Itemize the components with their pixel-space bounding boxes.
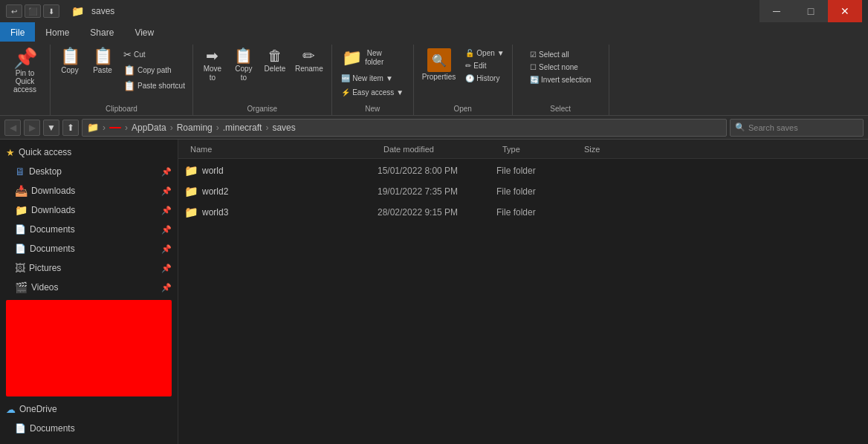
sidebar-item-downloads-2[interactable]: 📁 Downloads 📌 — [0, 200, 178, 220]
address-saves[interactable]: saves — [272, 123, 295, 133]
sidebar-onedrive[interactable]: ☁ OneDrive — [0, 399, 178, 419]
pin-indicator-downloads-2: 📌 — [161, 206, 172, 215]
address-username[interactable] — [109, 127, 121, 128]
address-separator-0: › — [103, 123, 106, 133]
history-icon: 🕐 — [465, 74, 474, 82]
select-all-button[interactable]: ☑ Select all — [527, 49, 572, 60]
address-sep-2: › — [170, 123, 173, 133]
minimize-button[interactable]: ─ — [760, 0, 794, 22]
col-header-type[interactable]: Type — [496, 140, 578, 158]
copy-to-icon: 📋 — [234, 48, 253, 63]
new-folder-button[interactable]: 📁 Newfolder — [338, 46, 387, 70]
rename-button[interactable]: ✏ Rename — [291, 46, 327, 76]
sidebar-item-downloads-1[interactable]: 📥 Downloads 📌 — [0, 181, 178, 200]
ribbon-group-open: 🔍 Properties 🔓 Open ▼ ✏ Edit 🕐 — [414, 45, 513, 115]
tab-home[interactable]: Home — [35, 22, 80, 42]
table-row[interactable]: 📁 world 15/01/2022 8:00 PM File folder — [178, 160, 868, 181]
edit-icon: ✏ — [465, 62, 471, 70]
address-roaming[interactable]: Roaming — [177, 123, 213, 133]
properties-icon: 🔍 — [427, 48, 451, 72]
tab-view[interactable]: View — [124, 22, 164, 42]
pin-indicator-videos: 📌 — [161, 283, 172, 293]
col-header-size[interactable]: Size — [578, 140, 862, 158]
edit-button[interactable]: ✏ Edit — [462, 60, 507, 71]
paste-icon: 📋 — [93, 48, 113, 65]
open-chevron: ▼ — [497, 49, 505, 57]
copy-button[interactable]: 📋 Copy — [55, 46, 85, 77]
copy-path-icon: 📋 — [123, 65, 135, 76]
address-folder-icon: 📁 — [87, 122, 99, 133]
open-button[interactable]: 🔓 Open ▼ — [462, 48, 507, 59]
copy-path-button[interactable]: 📋 Copy path — [120, 63, 188, 77]
pin-icon: 📌 — [13, 48, 37, 68]
select-none-button[interactable]: ☐ Select none — [527, 62, 581, 73]
sidebar-item-pictures[interactable]: 🖼 Pictures 📌 — [0, 258, 178, 278]
documents-folder-icon-2: 📄 — [15, 244, 26, 254]
delete-button[interactable]: 🗑 Delete — [260, 46, 290, 76]
quick-access-btn-3[interactable]: ⬇ — [43, 4, 59, 18]
window-controls: ↩ ⬛ ⬇ — [6, 4, 64, 18]
sidebar-quick-access[interactable]: ★ Quick access — [0, 143, 178, 162]
sidebar-item-documents-2[interactable]: 📄 Documents 📌 — [0, 239, 178, 258]
col-header-name[interactable]: Name — [184, 140, 378, 158]
search-bar[interactable]: 🔍 Search saves — [730, 119, 864, 137]
invert-selection-button[interactable]: 🔄 Invert selection — [527, 74, 594, 85]
copy-to-button[interactable]: 📋 Copyto — [229, 46, 259, 85]
folder-icon-title: 📁 — [71, 5, 84, 17]
properties-button[interactable]: 🔍 Properties — [418, 46, 460, 83]
quick-access-btn-2[interactable]: ⬛ — [25, 4, 41, 18]
close-button[interactable]: ✕ — [828, 0, 862, 22]
pin-button[interactable]: 📌 Pin to Quick access — [4, 46, 45, 96]
sidebar-item-videos[interactable]: 🎬 Videos 📌 — [0, 278, 178, 297]
ribbon-group-pin: 📌 Pin to Quick access — [0, 45, 51, 115]
file-date-world3: 28/02/2022 9:15 PM — [378, 207, 496, 218]
file-list: 📁 world 15/01/2022 8:00 PM File folder 📁… — [178, 159, 868, 444]
onedrive-docs-icon: 📄 — [15, 423, 26, 434]
maximize-button[interactable]: □ — [794, 0, 828, 22]
address-minecraft[interactable]: .minecraft — [223, 123, 262, 133]
paste-shortcut-button[interactable]: 📋 Paste shortcut — [120, 79, 188, 93]
move-to-button[interactable]: ➡ Moveto — [198, 46, 227, 85]
pin-indicator-pictures: 📌 — [161, 264, 172, 273]
address-appdata[interactable]: AppData — [132, 123, 166, 133]
address-sep-3: › — [216, 123, 219, 133]
pictures-folder-icon: 🖼 — [15, 262, 25, 274]
tab-file[interactable]: File — [0, 22, 35, 42]
sidebar-item-onedrive-documents[interactable]: 📄 Documents — [0, 419, 178, 438]
select-none-icon: ☐ — [530, 63, 537, 71]
new-item-button[interactable]: 🆕 New item ▼ — [338, 73, 396, 84]
history-button[interactable]: 🕐 History — [462, 73, 507, 84]
table-row[interactable]: 📁 world2 19/01/2022 7:35 PM File folder — [178, 181, 868, 202]
pin-indicator-downloads-1: 📌 — [161, 186, 172, 196]
move-icon: ➡ — [206, 48, 218, 63]
videos-folder-icon: 🎬 — [15, 281, 27, 293]
content-area: Name Date modified Type Size 📁 world 15/ — [178, 140, 868, 444]
address-bar[interactable]: 📁 › › AppData › Roaming › .minecraft › s… — [82, 119, 727, 137]
sidebar-item-documents-1[interactable]: 📄 Documents 📌 — [0, 220, 178, 239]
easy-access-button[interactable]: ⚡ Easy access ▼ — [338, 87, 407, 98]
tab-share[interactable]: Share — [80, 22, 124, 42]
table-row[interactable]: 📁 world3 28/02/2022 9:15 PM File folder — [178, 202, 868, 223]
nav-bar: ◀ ▶ ▼ ⬆ 📁 › › AppData › Roaming › .minec… — [0, 116, 868, 140]
col-header-date[interactable]: Date modified — [378, 140, 496, 158]
ribbon-group-select: ☑ Select all ☐ Select none 🔄 Invert sele… — [513, 45, 609, 115]
quick-access-btn-1[interactable]: ↩ — [6, 4, 22, 18]
recent-locations-button[interactable]: ▼ — [43, 120, 59, 136]
forward-button[interactable]: ▶ — [24, 120, 40, 136]
up-button[interactable]: ⬆ — [62, 120, 79, 136]
address-sep-4: › — [265, 123, 268, 133]
folder-icon-world3: 📁 — [184, 206, 198, 219]
sidebar-item-desktop[interactable]: 🖥 Desktop 📌 — [0, 162, 178, 181]
open-label: Open — [418, 103, 508, 115]
paste-button[interactable]: 📋 Paste — [88, 46, 117, 77]
file-date-world2: 19/01/2022 7:35 PM — [378, 186, 496, 197]
main-area: ★ Quick access 🖥 Desktop 📌 📥 Downloads 📌… — [0, 140, 868, 444]
invert-icon: 🔄 — [530, 76, 539, 84]
pin-group-label — [4, 111, 45, 115]
clipboard-label: Clipboard — [55, 103, 188, 115]
new-folder-icon: 📁 — [342, 48, 362, 68]
desktop-folder-icon: 🖥 — [15, 166, 25, 177]
select-label: Select — [517, 103, 604, 115]
cut-button[interactable]: ✂ Cut — [120, 48, 188, 62]
back-button[interactable]: ◀ — [4, 120, 21, 136]
